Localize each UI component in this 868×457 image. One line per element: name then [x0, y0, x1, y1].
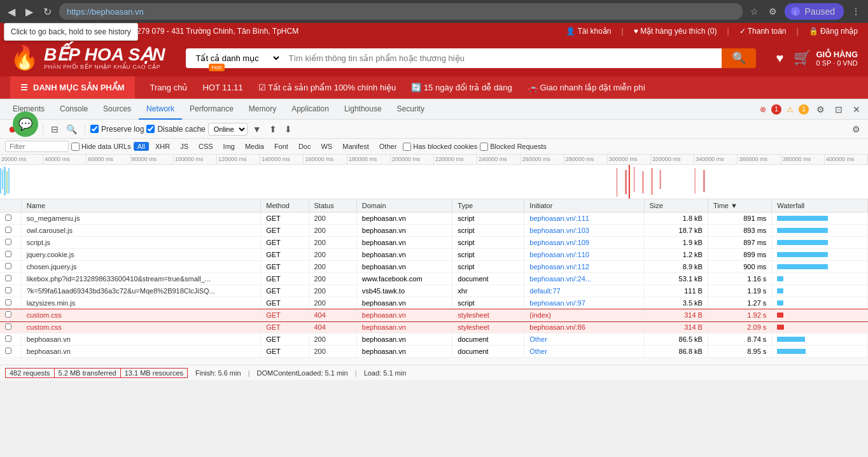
row-name[interactable]: ?k=5f9fa61aad69343bd36a3c72&u=Mqe8%2B918…	[21, 285, 260, 297]
row-checkbox[interactable]	[5, 263, 11, 269]
table-row[interactable]: owl.carousel.js GET 200 bephoasan.vn scr…	[0, 225, 868, 237]
disable-cache-label[interactable]: Disable cache	[146, 125, 205, 134]
filter-doc-btn[interactable]: Doc	[295, 142, 315, 151]
col-method[interactable]: Method	[261, 199, 309, 213]
table-row[interactable]: custom.css GET 404 bephoasan.vn styleshe…	[0, 309, 868, 321]
blocked-requests-checkbox[interactable]	[480, 143, 488, 151]
network-settings-btn[interactable]: ⚙	[850, 123, 863, 136]
import-btn[interactable]: ⬆	[267, 123, 279, 136]
throttle-arrow[interactable]: ▼	[250, 123, 264, 136]
disable-cache-checkbox[interactable]	[146, 125, 155, 133]
col-waterfall[interactable]: Waterfall	[772, 199, 868, 213]
chat-bubble[interactable]: 💬	[13, 111, 38, 137]
col-size[interactable]: Size	[644, 199, 708, 213]
dock-button[interactable]: ⊡	[832, 103, 845, 116]
row-name[interactable]: likebox.php?id=213289863360041​0&stream=…	[21, 273, 260, 285]
login-link[interactable]: 🔒 Đăng nhập	[809, 27, 858, 36]
wishlist-button[interactable]: ♥	[776, 51, 784, 66]
row-initiator[interactable]: bephoasan.vn/:86	[524, 321, 644, 334]
blocked-cookies-checkbox[interactable]	[403, 143, 411, 151]
throttle-select[interactable]: Online	[208, 123, 248, 136]
bookmark-icon[interactable]: ☆	[748, 5, 761, 18]
nav-item-hot[interactable]: HOT 11.11	[202, 76, 242, 99]
row-name[interactable]: jquery.cookie.js	[21, 249, 260, 261]
row-checkbox[interactable]	[5, 275, 11, 281]
row-checkbox[interactable]	[5, 214, 11, 221]
paused-button[interactable]: I Paused	[785, 3, 844, 20]
row-initiator[interactable]: (index)	[524, 309, 644, 321]
nav-menu-button[interactable]: ☰ DANH MỤC SẢN PHẨM	[10, 76, 135, 99]
col-status[interactable]: Status	[309, 199, 356, 213]
row-name[interactable]: bephoasan.vn	[21, 334, 260, 346]
row-name[interactable]: owl.carousel.js	[21, 225, 260, 237]
search-button[interactable]: 🔍	[722, 48, 756, 68]
row-initiator[interactable]: bephoasan.vn/:103	[524, 225, 644, 237]
row-initiator[interactable]: bephoasan.vn/:112	[524, 261, 644, 273]
cart-area[interactable]: 🛒 GIỎ HÀNG 0 SP · 0 VND	[794, 50, 858, 67]
filter-input[interactable]	[5, 141, 69, 152]
table-row[interactable]: so_megamenu.js GET 200 bephoasan.vn scri…	[0, 213, 868, 225]
nav-item-products[interactable]: ☑ Tất cả sản phẩm 100% chính hiệu	[258, 76, 396, 99]
tab-sources[interactable]: Sources	[95, 99, 139, 120]
filter-xhr-btn[interactable]: XHR	[151, 142, 174, 151]
row-checkbox[interactable]	[5, 348, 11, 354]
table-row[interactable]: jquery.cookie.js GET 200 bephoasan.vn sc…	[0, 249, 868, 261]
wishlist-link[interactable]: ♥ Mặt hàng yêu thích (0)	[634, 27, 717, 36]
menu-icon[interactable]: ⋮	[849, 5, 863, 18]
row-checkbox[interactable]	[5, 311, 11, 318]
row-checkbox[interactable]	[5, 335, 11, 342]
table-row[interactable]: custom.css GET 404 bephoasan.vn styleshe…	[0, 321, 868, 334]
filter-font-btn[interactable]: Font	[270, 142, 292, 151]
nav-item-delivery[interactable]: 🚗 Giao nhanh lắp đặt miễn phí	[528, 76, 645, 99]
checkout-link[interactable]: ✓ Thanh toán	[739, 27, 787, 36]
table-row[interactable]: lazysizes.min.js GET 200 bephoasan.vn sc…	[0, 297, 868, 309]
table-row[interactable]: script.js GET 200 bephoasan.vn script be…	[0, 237, 868, 249]
preserve-log-label[interactable]: Preserve log	[90, 125, 144, 134]
close-devtools-button[interactable]: ✕	[850, 103, 863, 116]
row-name[interactable]: custom.css	[21, 321, 260, 334]
hide-data-label[interactable]: Hide data URLs	[71, 143, 131, 151]
row-initiator[interactable]: Other	[524, 334, 644, 346]
row-checkbox[interactable]	[5, 323, 11, 330]
row-initiator[interactable]: bephoasan.vn/:109	[524, 237, 644, 249]
row-initiator[interactable]: bephoasan.vn/:24...	[524, 273, 644, 285]
filter-css-btn[interactable]: CSS	[195, 142, 217, 151]
address-bar[interactable]	[59, 3, 743, 20]
row-name[interactable]: custom.css	[21, 309, 260, 321]
row-name[interactable]: script.js	[21, 237, 260, 249]
filter-ws-btn[interactable]: WS	[317, 142, 336, 151]
blocked-requests-label[interactable]: Blocked Requests	[480, 143, 547, 151]
row-name[interactable]: lazysizes.min.js	[21, 297, 260, 309]
row-checkbox[interactable]	[5, 239, 11, 245]
row-initiator[interactable]: Other	[524, 346, 644, 358]
row-checkbox[interactable]	[5, 227, 11, 233]
tab-performance[interactable]: Performance	[182, 99, 241, 120]
refresh-button[interactable]: ↻	[41, 3, 54, 20]
table-row[interactable]: likebox.php?id=213289863360041​0&stream=…	[0, 273, 868, 285]
tab-memory[interactable]: Memory	[241, 99, 284, 120]
network-table-container[interactable]: Name Method Status Domain Type Initiator…	[0, 199, 868, 365]
row-checkbox[interactable]	[5, 299, 11, 306]
table-row[interactable]: chosen.jquery.js GET 200 bephoasan.vn sc…	[0, 261, 868, 273]
preserve-log-checkbox[interactable]	[90, 125, 99, 133]
tab-application[interactable]: Application	[284, 99, 337, 120]
filter-img-btn[interactable]: Img	[220, 142, 239, 151]
col-domain[interactable]: Domain	[356, 199, 452, 213]
settings-button[interactable]: ⚙	[814, 103, 827, 116]
tab-security[interactable]: Security	[389, 99, 432, 120]
filter-js-btn[interactable]: JS	[176, 142, 192, 151]
category-select[interactable]: Tất cả danh mục	[186, 48, 281, 68]
row-initiator[interactable]: bephoasan.vn/:111	[524, 213, 644, 225]
table-row[interactable]: ?k=5f9fa61aad69343bd36a3c72&u=Mqe8%2B918…	[0, 285, 868, 297]
filter-manifest-btn[interactable]: Manifest	[339, 142, 373, 151]
tab-network[interactable]: Network	[139, 99, 182, 120]
nav-item-home[interactable]: Trang chủ	[150, 76, 188, 99]
hide-data-checkbox[interactable]	[71, 143, 80, 151]
col-initiator[interactable]: Initiator	[524, 199, 644, 213]
filter-button[interactable]: ⊟	[48, 123, 61, 136]
forward-button[interactable]: ▶	[23, 3, 36, 20]
nav-item-returns[interactable]: 🔄 15 ngày đổi trả dễ dàng	[411, 76, 512, 99]
filter-media-btn[interactable]: Media	[241, 142, 268, 151]
filter-all-btn[interactable]: All	[134, 142, 149, 151]
row-initiator[interactable]: bephoasan.vn/:110	[524, 249, 644, 261]
